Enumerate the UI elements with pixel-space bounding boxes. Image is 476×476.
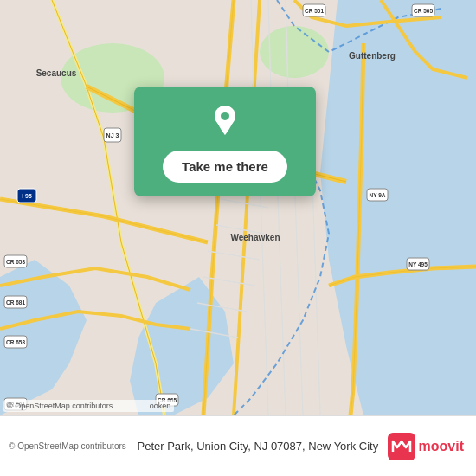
svg-text:I 95: I 95 xyxy=(22,193,32,199)
location-pin-icon xyxy=(206,102,244,140)
svg-text:CR 501: CR 501 xyxy=(305,8,324,14)
map-attribution-overlay: © OpenStreetMap contributors ooken xyxy=(3,400,174,412)
svg-point-34 xyxy=(221,112,229,120)
map-container: I 95 NJ 3 CR 653 CR 681 CR 653 CR 501 CR… xyxy=(0,0,476,415)
location-text: Peter Park, Union City, NJ 07087, New Yo… xyxy=(134,440,388,453)
attribution-text: © OpenStreetMap contributors xyxy=(7,402,113,410)
attribution-extra: ooken xyxy=(150,402,171,410)
svg-text:CR 653: CR 653 xyxy=(6,339,25,345)
bottom-bar: © OpenStreetMap contributors Peter Park,… xyxy=(0,415,476,476)
bottom-attribution: © OpenStreetMap contributors xyxy=(9,441,134,451)
svg-text:CR 505: CR 505 xyxy=(414,8,433,14)
svg-text:NY 495: NY 495 xyxy=(408,261,428,267)
attribution-label: © OpenStreetMap contributors xyxy=(9,441,126,451)
svg-text:NJ 3: NJ 3 xyxy=(106,132,119,138)
svg-text:Weehawken: Weehawken xyxy=(230,233,280,242)
card-overlay: Take me there xyxy=(134,87,316,196)
moovit-logo: moovit xyxy=(388,433,464,460)
app: I 95 NJ 3 CR 653 CR 681 CR 653 CR 501 CR… xyxy=(0,0,476,476)
map-background: I 95 NJ 3 CR 653 CR 681 CR 653 CR 501 CR… xyxy=(0,0,476,415)
svg-text:CR 653: CR 653 xyxy=(6,259,25,265)
svg-text:Secaucus: Secaucus xyxy=(36,68,77,78)
moovit-icon xyxy=(388,433,415,460)
svg-text:CR 681: CR 681 xyxy=(6,299,25,306)
moovit-brand-text: moovit xyxy=(419,439,464,454)
location-label: Peter Park, Union City, NJ 07087, New Yo… xyxy=(138,440,379,453)
svg-text:NY 9A: NY 9A xyxy=(369,192,385,198)
take-me-there-button[interactable]: Take me there xyxy=(163,151,287,183)
svg-text:Guttenberg: Guttenberg xyxy=(349,51,396,61)
